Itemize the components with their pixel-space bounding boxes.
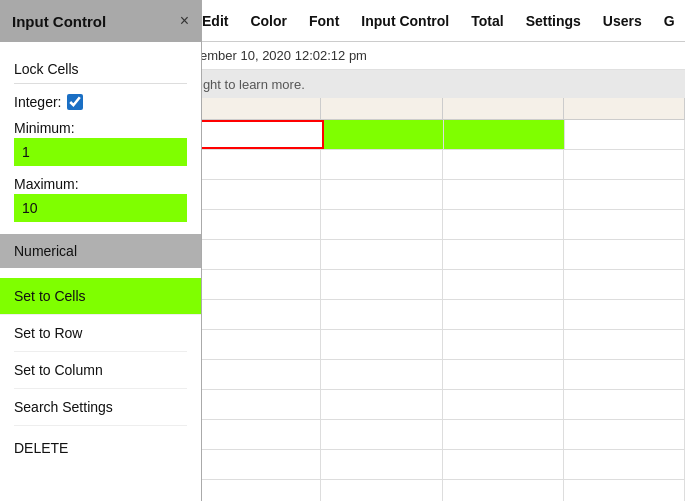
grid-cell-13-3[interactable] xyxy=(443,480,564,501)
grid-cell-2-1[interactable] xyxy=(200,150,321,179)
grid-cell-13-1[interactable] xyxy=(200,480,321,501)
grid-cell-2-4[interactable] xyxy=(564,150,685,179)
grid-row-12 xyxy=(200,450,685,480)
info-text: ight to learn more. xyxy=(200,77,305,92)
grid-cell-5-3[interactable] xyxy=(443,240,564,269)
menu-total[interactable]: Total xyxy=(469,9,505,33)
grid-row-1 xyxy=(200,120,685,150)
grid-cell-6-3[interactable] xyxy=(443,270,564,299)
integer-label: Integer: xyxy=(14,94,61,110)
grid-cell-5-4[interactable] xyxy=(564,240,685,269)
maximum-input[interactable] xyxy=(14,194,187,222)
grid-cell-8-1[interactable] xyxy=(200,330,321,359)
grid-cell-12-2[interactable] xyxy=(321,450,442,479)
grid-cell-11-4[interactable] xyxy=(564,420,685,449)
grid-cell-7-4[interactable] xyxy=(564,300,685,329)
grid-cell-10-1[interactable] xyxy=(200,390,321,419)
delete-item[interactable]: DELETE xyxy=(14,430,187,466)
grid-cell-6-4[interactable] xyxy=(564,270,685,299)
grid-cell-3-1[interactable] xyxy=(200,180,321,209)
grid-cell-11-2[interactable] xyxy=(321,420,442,449)
sidebar-header: Input Control × xyxy=(0,0,201,42)
grid-area xyxy=(200,98,685,501)
grid-cell-4-1[interactable] xyxy=(200,210,321,239)
lock-cells-item[interactable]: Lock Cells xyxy=(14,52,187,84)
grid-row-9 xyxy=(200,360,685,390)
grid-cell-4-4[interactable] xyxy=(564,210,685,239)
sidebar-panel: Input Control × Lock Cells Integer: Mini… xyxy=(0,0,202,501)
integer-row: Integer: xyxy=(14,88,187,116)
grid-cell-1-1[interactable] xyxy=(200,120,324,149)
grid-cell-6-1[interactable] xyxy=(200,270,321,299)
sidebar-title: Input Control xyxy=(12,13,106,30)
grid-cell-12-3[interactable] xyxy=(443,450,564,479)
grid-cell-6-2[interactable] xyxy=(321,270,442,299)
sidebar-item-set-to-column[interactable]: Set to Column xyxy=(14,352,187,389)
grid-cell-9-4[interactable] xyxy=(564,360,685,389)
grid-cell-3-2[interactable] xyxy=(321,180,442,209)
col-header-2 xyxy=(321,98,442,119)
grid-cell-5-1[interactable] xyxy=(200,240,321,269)
sidebar-item-search-settings[interactable]: Search Settings xyxy=(14,389,187,426)
grid-cell-3-4[interactable] xyxy=(564,180,685,209)
grid-cell-12-1[interactable] xyxy=(200,450,321,479)
grid-row-3 xyxy=(200,180,685,210)
grid-cell-11-3[interactable] xyxy=(443,420,564,449)
col-header-3 xyxy=(443,98,564,119)
col-header-4 xyxy=(564,98,685,119)
grid-cell-3-3[interactable] xyxy=(443,180,564,209)
grid-cell-7-1[interactable] xyxy=(200,300,321,329)
minimum-label: Minimum: xyxy=(14,116,187,138)
grid-cell-10-2[interactable] xyxy=(321,390,442,419)
grid-cell-7-2[interactable] xyxy=(321,300,442,329)
menu-edit[interactable]: Edit xyxy=(200,9,230,33)
menu-font[interactable]: Font xyxy=(307,9,341,33)
grid-row-10 xyxy=(200,390,685,420)
grid-cell-9-3[interactable] xyxy=(443,360,564,389)
menu-users[interactable]: Users xyxy=(601,9,644,33)
grid-row-6 xyxy=(200,270,685,300)
grid-cell-9-1[interactable] xyxy=(200,360,321,389)
numerical-item[interactable]: Numerical xyxy=(0,234,201,268)
close-icon[interactable]: × xyxy=(180,12,189,30)
sidebar-item-set-to-row[interactable]: Set to Row xyxy=(14,315,187,352)
grid-cell-8-4[interactable] xyxy=(564,330,685,359)
nav-items-container: Set to Cells Set to Row Set to Column Se… xyxy=(0,278,201,466)
grid-cell-10-3[interactable] xyxy=(443,390,564,419)
grid-row-2 xyxy=(200,150,685,180)
sidebar-item-set-to-cells[interactable]: Set to Cells xyxy=(0,278,201,315)
grid-cell-1-4[interactable] xyxy=(565,120,686,149)
minimum-input[interactable] xyxy=(14,138,187,166)
grid-row-5 xyxy=(200,240,685,270)
grid-row-4 xyxy=(200,210,685,240)
grid-row-11 xyxy=(200,420,685,450)
grid-cell-8-2[interactable] xyxy=(321,330,442,359)
grid-cell-2-3[interactable] xyxy=(443,150,564,179)
grid-cell-1-3[interactable] xyxy=(444,120,565,149)
grid-cell-13-2[interactable] xyxy=(321,480,442,501)
grid-cell-7-3[interactable] xyxy=(443,300,564,329)
grid-row-13 xyxy=(200,480,685,501)
grid-row-7 xyxy=(200,300,685,330)
menu-input-control[interactable]: Input Control xyxy=(359,9,451,33)
menu-color[interactable]: Color xyxy=(248,9,289,33)
grid-cell-9-2[interactable] xyxy=(321,360,442,389)
grid-cell-1-2[interactable] xyxy=(324,120,445,149)
grid-cell-11-1[interactable] xyxy=(200,420,321,449)
grid-header-row xyxy=(200,98,685,120)
menu-settings[interactable]: Settings xyxy=(524,9,583,33)
sidebar-content: Lock Cells Integer: Minimum: Maximum: Nu… xyxy=(0,42,201,278)
col-header-1 xyxy=(200,98,321,119)
grid-cell-8-3[interactable] xyxy=(443,330,564,359)
menu-g[interactable]: G xyxy=(662,9,677,33)
grid-cell-5-2[interactable] xyxy=(321,240,442,269)
grid-row-8 xyxy=(200,330,685,360)
grid-cell-10-4[interactable] xyxy=(564,390,685,419)
grid-cell-4-2[interactable] xyxy=(321,210,442,239)
grid-cell-2-2[interactable] xyxy=(321,150,442,179)
grid-cell-4-3[interactable] xyxy=(443,210,564,239)
grid-cell-12-4[interactable] xyxy=(564,450,685,479)
integer-checkbox[interactable] xyxy=(67,94,83,110)
grid-cell-13-4[interactable] xyxy=(564,480,685,501)
date-text: ember 10, 2020 12:02:12 pm xyxy=(200,48,367,63)
